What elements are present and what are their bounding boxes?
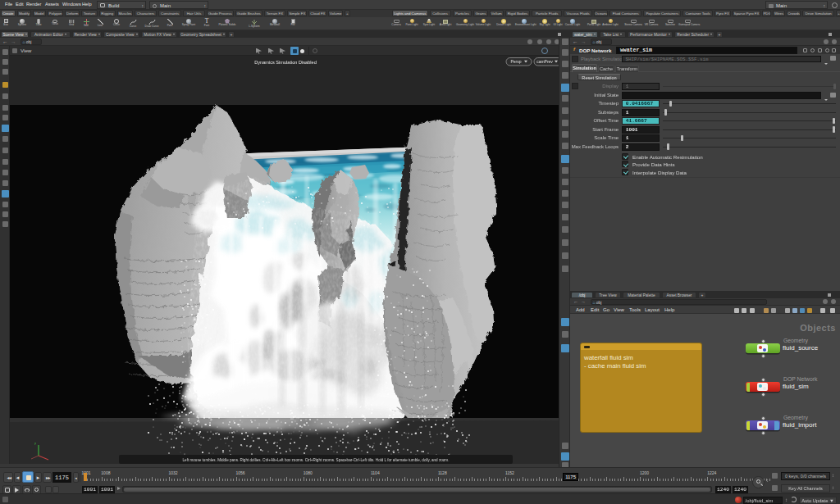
svg-text:Persp: Persp [510,59,521,64]
svg-text:Dynamics Simulation Disabled: Dynamics Simulation Disabled [254,60,317,65]
svg-text:Left mouse tumbles. Middle pan: Left mouse tumbles. Middle pans. Right d… [183,458,450,462]
svg-text:y: y [34,441,36,445]
svg-text:camPrev: camPrev [536,59,553,64]
